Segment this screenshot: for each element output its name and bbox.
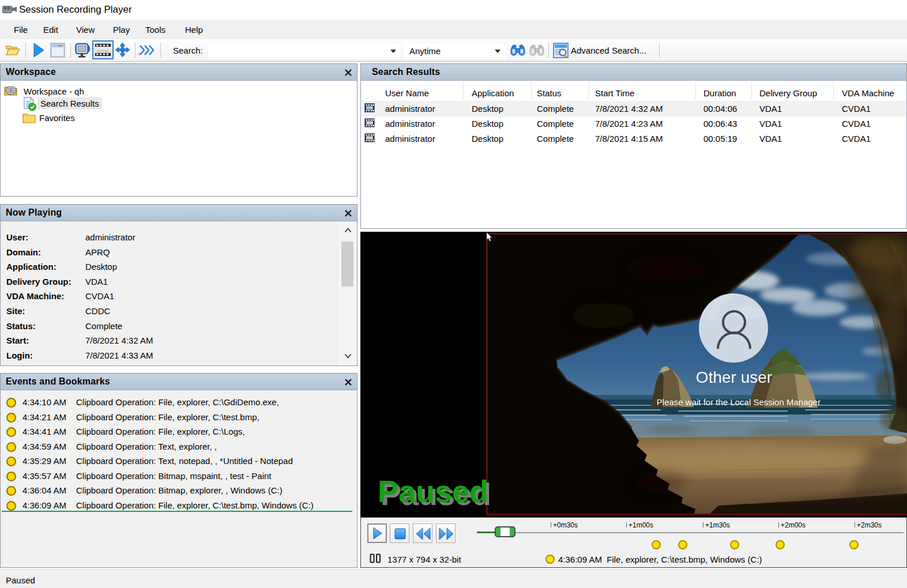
svg-text:Other user: Other user	[696, 368, 772, 386]
svg-text:Please wait for the Local Sess: Please wait for the Local Session Manage…	[657, 397, 821, 407]
